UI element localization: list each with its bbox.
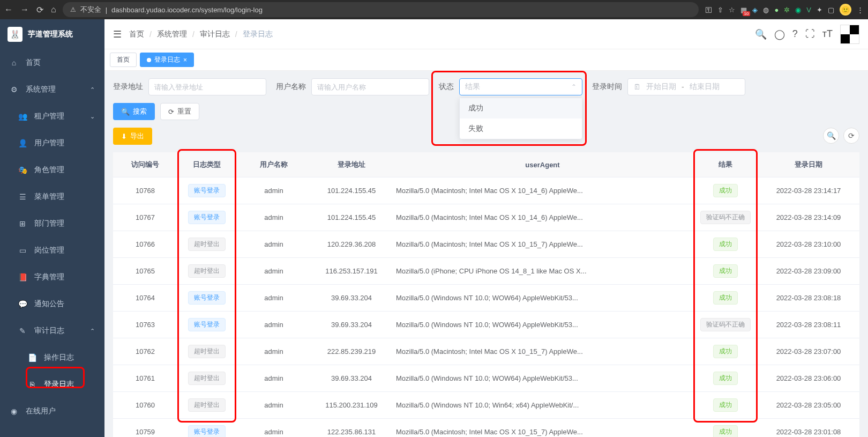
sidebar-item[interactable]: 👤用户管理 bbox=[0, 130, 104, 157]
export-button[interactable]: ⬇ 导出 bbox=[113, 128, 152, 145]
filter-user-label: 用户名称 bbox=[276, 82, 306, 92]
menu-icon: 💬 bbox=[18, 300, 27, 308]
cell-ip: 116.253.157.191 bbox=[311, 258, 392, 285]
result-tag: 验证码不正确 bbox=[700, 211, 751, 224]
star-icon[interactable]: ☆ bbox=[729, 6, 735, 14]
active-dot-icon bbox=[147, 58, 151, 62]
breadcrumb-item[interactable]: 系统管理 bbox=[157, 29, 187, 39]
cell-ua: Mozilla/5.0 (Macintosh; Intel Mac OS X 1… bbox=[392, 419, 693, 438]
breadcrumb-item[interactable]: 首页 bbox=[129, 29, 144, 39]
menu-label: 审计日志 bbox=[34, 326, 64, 336]
ext-icon[interactable]: ● bbox=[774, 6, 779, 14]
status-option-success[interactable]: 成功 bbox=[460, 98, 582, 118]
sidebar-item[interactable]: ▭岗位管理 bbox=[0, 237, 104, 264]
back-icon[interactable]: ← bbox=[4, 5, 13, 14]
cell-type: 账号登录 bbox=[177, 177, 236, 204]
chevron-up-icon: ⌃ bbox=[571, 83, 577, 91]
share-icon[interactable]: ⇧ bbox=[717, 6, 723, 14]
filter-addr-label: 登录地址 bbox=[113, 82, 143, 92]
ext-icon[interactable]: ◉ bbox=[795, 6, 801, 14]
cell-result: 成功 bbox=[693, 177, 758, 204]
menu-label: 字典管理 bbox=[34, 272, 64, 282]
filter-status-select[interactable]: 结果 ⌃ bbox=[459, 78, 582, 95]
sidebar-item[interactable]: ⌂首页 bbox=[0, 49, 104, 76]
search-icon[interactable]: 🔍 bbox=[755, 28, 767, 40]
menu-icon: ⎘ bbox=[28, 380, 36, 389]
sidebar-item[interactable]: ⚙系统管理⌃ bbox=[0, 76, 104, 103]
cell-result: 成功 bbox=[693, 338, 758, 365]
sidebar-item[interactable]: 📄操作日志 bbox=[0, 344, 104, 371]
type-tag: 超时登出 bbox=[188, 264, 226, 278]
reload-icon[interactable]: ⟳ bbox=[36, 5, 43, 15]
sidebar-item[interactable]: ✎审计日志⌃ bbox=[0, 317, 104, 344]
table-search-icon[interactable]: 🔍 bbox=[823, 128, 839, 144]
profile-avatar[interactable]: 🙂 bbox=[840, 4, 851, 16]
sidebar-item[interactable]: 📕字典管理 bbox=[0, 264, 104, 291]
cell-type: 超时登出 bbox=[177, 365, 236, 392]
github-icon[interactable]: ◯ bbox=[774, 28, 785, 40]
ext-icon[interactable]: ◍ bbox=[763, 6, 769, 14]
table-row: 10767 账号登录 admin 101.224.155.45 Mozilla/… bbox=[113, 204, 859, 231]
tab-login-log[interactable]: 登录日志 × bbox=[140, 53, 194, 67]
sidebar-item[interactable]: 🎭角色管理 bbox=[0, 157, 104, 183]
table-row: 10764 账号登录 admin 39.69.33.204 Mozilla/5.… bbox=[113, 285, 859, 312]
vue-icon[interactable]: V bbox=[806, 6, 811, 14]
brand[interactable]: 🐰 芋道管理系统 bbox=[0, 19, 104, 49]
cell-result: 成功 bbox=[693, 365, 758, 392]
filter-user-input[interactable] bbox=[311, 78, 429, 95]
result-tag: 成功 bbox=[713, 398, 738, 412]
menu-icon: ◉ bbox=[10, 407, 18, 416]
chevron-icon: ⌄ bbox=[90, 113, 95, 120]
tab-home[interactable]: 首页 bbox=[110, 53, 137, 67]
puzzle-icon[interactable]: ✦ bbox=[817, 6, 822, 14]
refresh-icon: ⟳ bbox=[168, 108, 174, 116]
cell-ua: Mozilla/5.0 (Macintosh; Intel Mac OS X 1… bbox=[392, 177, 693, 204]
sidebar-item[interactable]: ⊞部门管理 bbox=[0, 210, 104, 237]
key-icon[interactable]: ⚿ bbox=[705, 6, 712, 14]
cell-user: admin bbox=[236, 231, 311, 258]
search-button[interactable]: 🔍 搜索 bbox=[113, 103, 155, 120]
cell-id: 10759 bbox=[113, 419, 177, 438]
window-icon[interactable]: ▢ bbox=[828, 6, 834, 14]
ext-icon[interactable]: ◈ bbox=[752, 6, 758, 14]
url-bar[interactable]: ⚠ 不安全 | dashboard.yudao.iocoder.cn/syste… bbox=[63, 2, 699, 17]
chevron-icon: ⌃ bbox=[90, 86, 95, 93]
help-icon[interactable]: ? bbox=[792, 28, 798, 40]
extension-badge[interactable]: ▦10 bbox=[740, 6, 747, 14]
menu-icon[interactable]: ⋮ bbox=[857, 6, 864, 14]
sidebar-item[interactable]: ⎘登录日志 bbox=[0, 371, 104, 398]
status-option-fail[interactable]: 失败 bbox=[460, 118, 582, 139]
breadcrumb-item[interactable]: 审计日志 bbox=[200, 29, 230, 39]
qr-avatar[interactable] bbox=[840, 25, 859, 44]
th-id: 访问编号 bbox=[113, 152, 177, 177]
menu-icon: 👤 bbox=[18, 139, 27, 147]
hamburger-icon[interactable]: ☰ bbox=[113, 28, 122, 40]
menu-icon: ▭ bbox=[18, 246, 27, 255]
cell-ip: 101.224.155.45 bbox=[311, 177, 392, 204]
sidebar-item[interactable]: 💬通知公告 bbox=[0, 291, 104, 317]
home-icon[interactable]: ⌂ bbox=[51, 5, 56, 14]
table-refresh-icon[interactable]: ⟳ bbox=[843, 128, 859, 144]
filter-date-range[interactable]: 🗓 开始日期 - 结束日期 bbox=[627, 78, 745, 95]
sidebar-item[interactable]: ☰菜单管理 bbox=[0, 183, 104, 210]
cell-date: 2022-03-28 23:08:18 bbox=[758, 285, 859, 312]
font-size-icon[interactable]: тT bbox=[822, 28, 833, 40]
sidebar: 🐰 芋道管理系统 ⌂首页⚙系统管理⌃👥租户管理⌄👤用户管理🎭角色管理☰菜单管理⊞… bbox=[0, 19, 104, 437]
forward-icon[interactable]: → bbox=[20, 5, 29, 14]
topbar: ☰ 首页 / 系统管理 / 审计日志 / 登录日志 🔍 ◯ ? ⛶ тT bbox=[104, 19, 868, 49]
filter-addr-input[interactable] bbox=[148, 78, 266, 95]
menu-label: 角色管理 bbox=[34, 165, 64, 175]
cell-user: admin bbox=[236, 392, 311, 419]
cell-type: 账号登录 bbox=[177, 204, 236, 231]
ext-icon[interactable]: ✲ bbox=[784, 6, 790, 14]
cell-result: 成功 bbox=[693, 258, 758, 285]
th-user: 用户名称 bbox=[236, 152, 311, 177]
sidebar-item[interactable]: 👥租户管理⌄ bbox=[0, 103, 104, 130]
reset-button[interactable]: ⟳ 重置 bbox=[160, 103, 199, 120]
fullscreen-icon[interactable]: ⛶ bbox=[805, 28, 815, 40]
cell-user: admin bbox=[236, 285, 311, 312]
cell-id: 10767 bbox=[113, 204, 177, 231]
menu-label: 首页 bbox=[26, 58, 41, 68]
sidebar-item[interactable]: ◉在线用户 bbox=[0, 398, 104, 425]
close-icon[interactable]: × bbox=[183, 56, 187, 64]
